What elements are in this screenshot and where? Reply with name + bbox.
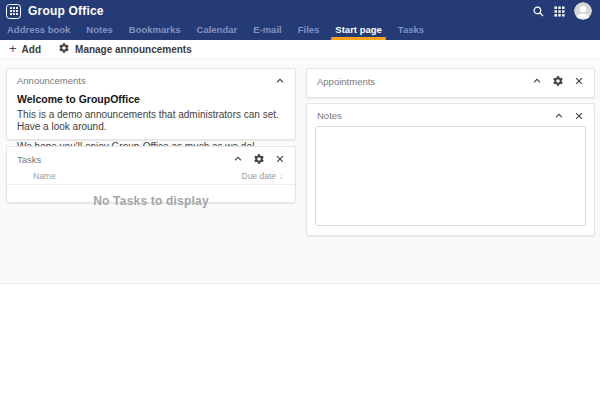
apps-grid-icon[interactable] <box>554 6 565 17</box>
search-icon[interactable] <box>532 5 545 18</box>
dashboard: Announcements Welcome to GroupOffice Thi… <box>0 59 600 284</box>
manage-announcements-button[interactable]: Manage announcements <box>55 40 200 58</box>
tasks-col-name[interactable]: Name <box>33 171 56 181</box>
tasks-col-due-date[interactable]: Due date ↓ <box>242 171 284 181</box>
appointments-panel-title: Appointments <box>317 76 375 87</box>
nav-item-files[interactable]: Files <box>297 22 321 40</box>
gear-icon[interactable] <box>552 75 564 87</box>
appointments-panel-header: Appointments <box>307 69 594 89</box>
collapse-chevron-up-icon[interactable] <box>532 76 542 86</box>
tasks-empty-message: No Tasks to display <box>7 185 295 208</box>
nav-item-calendar[interactable]: Calendar <box>196 22 239 40</box>
close-icon[interactable] <box>574 111 584 121</box>
announcement-line: This is a demo announcements that admini… <box>17 109 285 121</box>
brand: Group Office <box>6 4 104 19</box>
appointments-panel: Appointments <box>306 68 595 98</box>
toolbar: + Add Manage announcements <box>0 40 600 59</box>
notes-panel: Notes <box>306 103 595 236</box>
add-button-label: Add <box>22 44 41 55</box>
announcements-panel: Announcements Welcome to GroupOffice Thi… <box>6 68 296 140</box>
app-header: Group Office <box>0 0 600 22</box>
add-button[interactable]: + Add <box>6 42 49 57</box>
collapse-chevron-up-icon[interactable] <box>233 154 243 164</box>
close-icon[interactable] <box>574 76 584 86</box>
notes-content-box[interactable] <box>315 126 586 226</box>
gear-icon[interactable] <box>253 153 265 165</box>
nav-item-notes[interactable]: Notes <box>85 22 113 40</box>
announcements-panel-title: Announcements <box>17 75 86 86</box>
announcement-heading: Welcome to GroupOffice <box>17 93 285 105</box>
sort-descending-icon: ↓ <box>279 172 283 181</box>
header-actions <box>532 2 592 20</box>
groupoffice-logo-icon[interactable] <box>6 4 21 19</box>
nav-item-bookmarks[interactable]: Bookmarks <box>128 22 182 40</box>
nav-item-tasks[interactable]: Tasks <box>397 22 425 40</box>
tasks-column-headers: Name Due date ↓ <box>7 170 295 185</box>
main-nav: Address book Notes Bookmarks Calendar E-… <box>0 22 600 40</box>
close-icon[interactable] <box>275 154 285 164</box>
notes-panel-title: Notes <box>317 110 342 121</box>
tasks-panel: Tasks Name <box>6 146 296 203</box>
tasks-panel-header: Tasks <box>7 147 295 167</box>
groupoffice-app: Group Office <box>0 0 600 400</box>
collapse-chevron-up-icon[interactable] <box>554 111 564 121</box>
collapse-chevron-up-icon[interactable] <box>275 76 285 86</box>
announcements-panel-header: Announcements <box>7 69 295 88</box>
app-title: Group Office <box>28 4 104 18</box>
tasks-panel-title: Tasks <box>17 154 41 165</box>
nav-item-start-page[interactable]: Start page <box>334 22 382 40</box>
gear-icon <box>58 42 70 56</box>
manage-announcements-label: Manage announcements <box>75 44 192 55</box>
notes-panel-header: Notes <box>307 104 594 123</box>
nav-item-email[interactable]: E-mail <box>252 22 283 40</box>
nav-item-address-book[interactable]: Address book <box>6 22 71 40</box>
plus-icon: + <box>9 44 17 54</box>
user-avatar[interactable] <box>574 2 592 20</box>
announcement-line: Have a look around. <box>17 121 285 133</box>
